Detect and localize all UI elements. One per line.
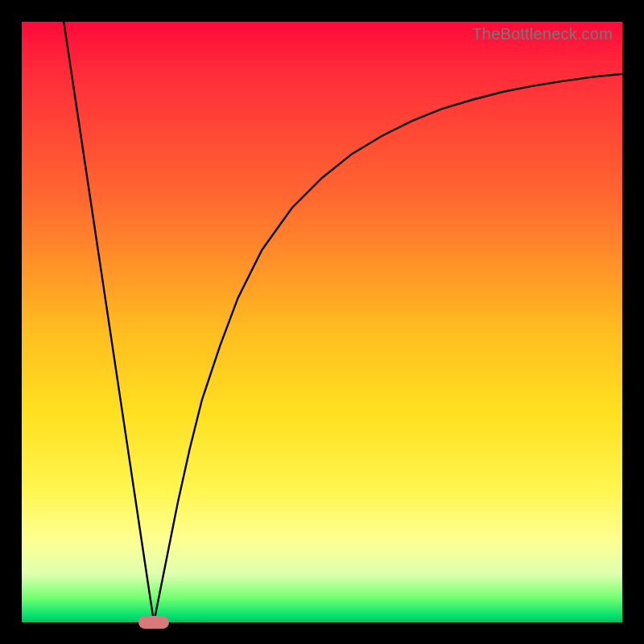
curve-path — [64, 22, 622, 622]
chart-frame: TheBottleneck.com — [0, 0, 644, 644]
bottleneck-curve — [22, 22, 622, 622]
minimum-marker — [138, 616, 169, 629]
plot-area: TheBottleneck.com — [22, 22, 622, 622]
